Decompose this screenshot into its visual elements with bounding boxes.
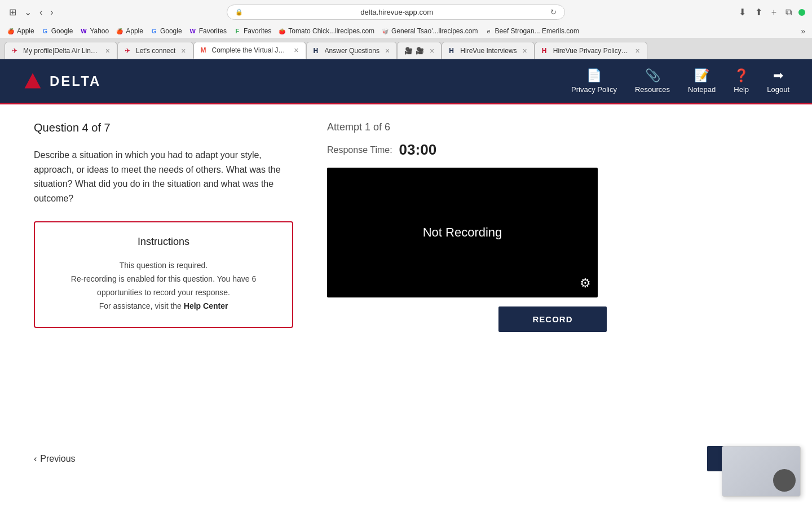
app-header: DELTA 📄 Privacy Policy 📎 Resources 📝 Not… (0, 59, 812, 104)
tab-close-button[interactable]: × (430, 46, 434, 55)
green-status-dot (798, 9, 805, 16)
refresh-icon[interactable]: ↻ (550, 8, 557, 16)
instructions-body: This question is required.Re-recording i… (51, 259, 276, 313)
nav-label: Resources (635, 85, 670, 94)
instructions-text: This question is required.Re-recording i… (71, 261, 256, 310)
video-settings-icon[interactable]: ⚙ (580, 276, 591, 291)
delta-triangle-icon (23, 71, 43, 91)
bookmark-google-2[interactable]: G Google (150, 27, 182, 35)
bookmarks-bar: 🍎 Apple G Google W Yahoo 🍎 Apple G Googl… (0, 24, 812, 38)
nav-logout[interactable]: ➡ Logout (767, 68, 789, 94)
tab-close-button[interactable]: × (105, 46, 110, 55)
yahoo-favicon: W (80, 27, 87, 35)
google-favicon-2: G (150, 27, 158, 35)
bookmark-label: Apple (126, 27, 143, 35)
tab-label: Answer Questions (325, 47, 379, 55)
new-tab-button[interactable]: + (769, 5, 779, 20)
tab-close-button[interactable]: × (294, 46, 298, 55)
attempt-label: Attempt 1 of 6 (327, 121, 778, 133)
tab-video[interactable]: 🎥 🎥 × (397, 42, 442, 59)
tab-close-button[interactable]: × (385, 46, 390, 55)
tab-hirevue-interviews[interactable]: H HireVue Interviews × (442, 42, 534, 59)
tab-favicon-hirevue-3: H (542, 47, 550, 55)
window-button[interactable]: ⧉ (783, 5, 794, 20)
bookmark-label: Beef Strogan... Emerils.com (495, 27, 579, 35)
bookmark-label: Google (160, 27, 182, 35)
download-button[interactable]: ⬇ (736, 5, 748, 20)
help-center-link[interactable]: Help Center (184, 301, 228, 310)
favorites-favicon-2: F (233, 27, 241, 35)
tab-lets-connect[interactable]: ✈ Let's connect × (117, 42, 193, 59)
nav-label: Privacy Policy (571, 85, 617, 94)
bottom-navigation: ‹ Previous NEXT › (0, 435, 812, 483)
bookmark-favorites-2[interactable]: F Favorites (233, 27, 271, 35)
response-time-label: Response Time: (327, 145, 392, 155)
bookmark-beef-stroganoff[interactable]: e Beef Strogan... Emerils.com (485, 27, 579, 35)
nav-label: Notepad (688, 85, 716, 94)
url-text: delta.hirevue-app.com (246, 8, 547, 16)
notepad-icon: 📝 (694, 68, 709, 83)
bookmark-favorites-1[interactable]: W Favorites (189, 27, 227, 35)
privacy-policy-icon: 📄 (586, 68, 602, 83)
sidebar-toggle-button[interactable]: ⊞ (7, 5, 19, 20)
tab-label: 🎥 (416, 47, 424, 55)
record-button[interactable]: RECORD (498, 306, 606, 332)
favorites-favicon-1: W (189, 27, 197, 35)
bookmark-apple-2[interactable]: 🍎 Apple (116, 27, 143, 35)
share-button[interactable]: ⬆ (753, 5, 765, 20)
thumbnail-preview (722, 446, 801, 497)
bookmark-label: Favorites (244, 27, 271, 35)
back-button[interactable]: ‹ (37, 5, 45, 20)
nav-label: Logout (767, 85, 789, 94)
tab-close-button[interactable]: × (636, 46, 640, 55)
nav-notepad[interactable]: 📝 Notepad (688, 68, 716, 94)
right-panel: Attempt 1 of 6 Response Time: 03:00 Not … (327, 121, 778, 466)
url-bar[interactable]: 🔒 delta.hirevue-app.com ↻ (227, 5, 565, 20)
bookmark-label: Tomato Chick...llrecipes.com (288, 27, 374, 35)
tab-favicon-hirevue: H (314, 47, 321, 55)
nav-help[interactable]: ❓ Help (734, 68, 749, 94)
response-time: Response Time: 03:00 (327, 141, 778, 159)
bookmark-general-tsao[interactable]: 🥡 General Tsao'...llrecipes.com (381, 27, 478, 35)
google-favicon-1: G (41, 27, 49, 35)
tab-answer-questions[interactable]: H Answer Questions × (306, 42, 398, 59)
nav-label: Help (734, 85, 749, 94)
resources-icon: 📎 (645, 68, 660, 83)
bookmark-yahoo[interactable]: W Yahoo (80, 27, 109, 35)
nav-privacy-policy[interactable]: 📄 Privacy Policy (571, 68, 617, 94)
chevron-left-icon: ‹ (34, 454, 37, 464)
browser-actions: ⬇ ⬆ + ⧉ (736, 5, 805, 20)
browser-chrome: ⊞ ⌄ ‹ › 🔒 delta.hirevue-app.com ↻ ⬇ ⬆ + … (0, 0, 812, 59)
bookmark-label: Favorites (199, 27, 227, 35)
tab-close-button[interactable]: × (523, 46, 527, 55)
tab-favicon-hirevue-2: H (449, 47, 457, 55)
tab-close-button[interactable]: × (181, 46, 186, 55)
bookmark-label: General Tsao'...llrecipes.com (391, 27, 478, 35)
bookmark-tomato[interactable]: 🍅 Tomato Chick...llrecipes.com (278, 27, 374, 35)
tab-label: Complete the Virtual Job T... (212, 46, 289, 54)
nav-resources[interactable]: 📎 Resources (635, 68, 670, 94)
bookmark-google-1[interactable]: G Google (41, 27, 73, 35)
browser-toolbar: ⊞ ⌄ ‹ › 🔒 delta.hirevue-app.com ↻ ⬇ ⬆ + … (0, 0, 812, 24)
forward-button[interactable]: › (48, 5, 55, 20)
question-number: Question 4 of 7 (34, 121, 293, 134)
previous-button[interactable]: ‹ Previous (34, 454, 76, 464)
tab-dropdown-button[interactable]: ⌄ (22, 5, 34, 20)
question-text: Describe a situation in which you had to… (34, 148, 293, 205)
thumbnail-video-avatar (773, 469, 796, 492)
svg-marker-0 (25, 73, 41, 88)
thumbnail-inner (722, 446, 800, 496)
tab-my-profile[interactable]: ✈ My profile|Delta Air Lines,... × (5, 42, 117, 59)
left-panel: Question 4 of 7 Describe a situation in … (34, 121, 293, 466)
timer-display: 03:00 (399, 141, 437, 159)
browser-controls: ⊞ ⌄ ‹ › (7, 5, 56, 20)
tab-favicon-delta-2: ✈ (125, 47, 133, 55)
bookmark-label: Yahoo (90, 27, 109, 35)
lock-icon: 🔒 (235, 8, 243, 16)
bookmarks-more-button[interactable]: » (801, 27, 805, 36)
bookmark-apple-1[interactable]: 🍎 Apple (7, 27, 34, 35)
apple-favicon-2: 🍎 (116, 27, 123, 35)
tab-complete-virtual-job[interactable]: M Complete the Virtual Job T... × (193, 42, 306, 59)
tab-favicon-video: 🎥 (404, 47, 412, 55)
tab-hirevue-privacy[interactable]: H HireVue Privacy Policy | Hi... × (535, 42, 647, 59)
